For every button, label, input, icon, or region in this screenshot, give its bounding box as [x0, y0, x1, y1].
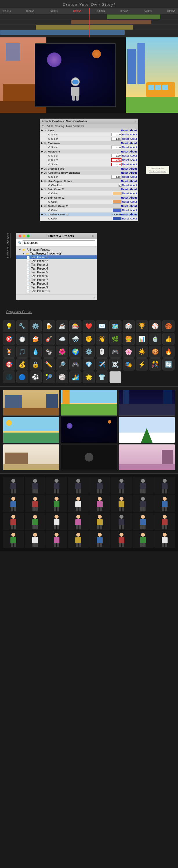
reset-link[interactable]: Reset [122, 200, 129, 203]
icon-cherry[interactable]: 🌸 [123, 346, 135, 358]
scene-thumb-beach[interactable] [3, 417, 59, 443]
character-cell[interactable] [68, 531, 89, 548]
reset-btn[interactable]: Reset [121, 150, 128, 153]
reset-link[interactable]: Reset [122, 133, 129, 136]
character-cell[interactable] [3, 513, 24, 530]
eyes-slider-1-value[interactable] [111, 133, 121, 136]
tree-item-preset-7[interactable]: 📄 Text Preset 7 [16, 278, 97, 282]
tree-item-text-presets-folder[interactable]: ▼ 📁 Text Presets [motionvids] [16, 252, 97, 255]
about-link[interactable]: About [130, 163, 137, 166]
about-link[interactable]: About [130, 184, 137, 187]
character-cell[interactable] [68, 495, 89, 512]
about-btn[interactable]: About [129, 171, 137, 174]
icon-cloud[interactable]: ☁️ [56, 333, 68, 345]
mustache-slider-2-row[interactable]: ⊙ Slider Reset About [40, 158, 138, 162]
tree-item-preset-4[interactable]: 📄 Text Preset 4 [16, 267, 97, 271]
scene-thumb-city[interactable] [61, 390, 117, 416]
reset-btn[interactable]: Reset [121, 142, 128, 145]
icon-theater[interactable]: 🎭 [123, 358, 135, 371]
mustache-slider-3-value[interactable] [111, 163, 121, 166]
about-btn[interactable]: About [129, 213, 137, 216]
icon-flower[interactable]: 🌺 [56, 346, 68, 358]
reset-link[interactable]: Reset [122, 159, 129, 161]
icon-gamepad[interactable]: 🎮 [109, 346, 121, 358]
reset-link[interactable]: Reset [122, 176, 129, 178]
icon-wrench[interactable]: 🔧 [16, 320, 28, 332]
icon-surf[interactable]: 🏄 [69, 371, 82, 383]
eyes-slider-1-row[interactable]: ⊙ Slider Reset About [40, 132, 138, 137]
tree-item-preset-1[interactable]: 📄 Text Preset 1 [16, 255, 97, 259]
character-cell[interactable] [3, 476, 24, 494]
icon-confetti[interactable]: 🎊 [149, 358, 161, 371]
icon-fire[interactable]: 🔥 [162, 346, 175, 358]
icon-dice[interactable]: 🎲 [123, 320, 135, 332]
tree-item-animation-presets[interactable]: ▼ 📁 Animation Presets [16, 248, 97, 252]
eyebrows-slider-1-row[interactable]: ⊙ Slider Reset About [40, 145, 138, 150]
character-cell[interactable] [132, 476, 154, 494]
character-cell[interactable] [25, 513, 46, 530]
reset-link[interactable]: Reset [122, 192, 129, 195]
tree-item-preset-10[interactable]: 📄 Text Preset 10 [16, 289, 97, 293]
clothes-color-02-swatch[interactable] [113, 217, 121, 220]
icon-burger[interactable]: 🍔 [123, 333, 135, 345]
original-colors-checkbox-row[interactable]: ⊙ Checkbox Reset About [40, 183, 138, 187]
character-cell[interactable] [111, 531, 132, 548]
clothes-color-01-swatch[interactable] [113, 209, 121, 212]
scene-thumb-xmas[interactable] [119, 417, 175, 443]
reset-link[interactable]: Reset [122, 163, 129, 166]
presets-expand-icon[interactable]: ⤡ [93, 296, 96, 299]
character-cell[interactable] [154, 531, 175, 548]
icon-volleyball[interactable]: 🏐 [56, 371, 68, 383]
character-cell[interactable] [89, 495, 111, 512]
panel-toggle[interactable]: ▼ [134, 120, 136, 123]
icon-rain[interactable]: 🌧️ [69, 333, 82, 345]
icon-moon[interactable]: 🌑 [3, 371, 15, 383]
character-cell[interactable] [68, 476, 89, 494]
about-btn[interactable]: About [129, 142, 137, 145]
icon-controller[interactable]: 🎮 [69, 358, 82, 371]
character-cell[interactable] [3, 531, 24, 548]
icon-lightbulb[interactable]: 💡 [3, 320, 15, 332]
icon-recycle[interactable]: 🔄 [162, 358, 175, 371]
character-cell[interactable] [111, 476, 132, 494]
icon-beer[interactable]: 🍺 [43, 320, 55, 332]
icon-water[interactable]: 💧 [30, 346, 42, 358]
track-clip[interactable] [0, 30, 125, 35]
character-cell[interactable] [154, 476, 175, 494]
character-cell[interactable] [25, 495, 46, 512]
about-link[interactable]: About [130, 154, 137, 157]
skin-color-01-swatch[interactable] [113, 192, 121, 195]
mustache-slider-3-row[interactable]: ⊙ Slider Reset About [40, 162, 138, 167]
icon-map[interactable]: 🗺️ [109, 320, 121, 332]
character-cell[interactable] [132, 531, 154, 548]
character-cell[interactable] [89, 513, 111, 530]
skin-color-01-row[interactable]: ⊙ Color Reset About [40, 191, 138, 196]
icon-mail[interactable]: ✉️ [96, 320, 108, 332]
about-link[interactable]: About [130, 209, 137, 212]
reset-btn[interactable]: Reset [121, 205, 128, 208]
about-link[interactable]: About [130, 217, 137, 220]
icon-coffee[interactable]: ☕ [56, 320, 68, 332]
about-btn[interactable]: About [129, 129, 137, 132]
scene-thumb-night[interactable] [119, 390, 175, 416]
reset-link[interactable]: Reset [122, 137, 129, 140]
character-cell[interactable] [89, 531, 111, 548]
icon-target[interactable]: 🎯 [3, 333, 15, 345]
icon-bullseye[interactable]: 🎯 [3, 358, 15, 371]
about-link[interactable]: About [130, 137, 137, 140]
mustache-slider-2-value[interactable] [111, 158, 121, 162]
icon-soccer[interactable]: ⚽ [30, 371, 42, 383]
icon-globe[interactable]: 🌍 [69, 346, 82, 358]
eyes-slider-2-value[interactable] [111, 137, 121, 141]
icon-star[interactable]: 🌟 [83, 371, 95, 383]
character-cell[interactable] [89, 476, 111, 494]
timeline-tracks[interactable] [0, 14, 178, 37]
icon-tea[interactable]: 🍵 [149, 333, 161, 345]
character-cell[interactable] [132, 513, 154, 530]
window-maximize-btn[interactable] [27, 235, 30, 238]
scene-thumb-dark[interactable] [61, 444, 117, 470]
reset-link[interactable]: Reset [122, 209, 129, 212]
icon-guitar[interactable]: 🎸 [43, 333, 55, 345]
reset-btn[interactable]: Reset [121, 196, 128, 199]
icon-cocktail[interactable]: 🍹 [3, 346, 15, 358]
